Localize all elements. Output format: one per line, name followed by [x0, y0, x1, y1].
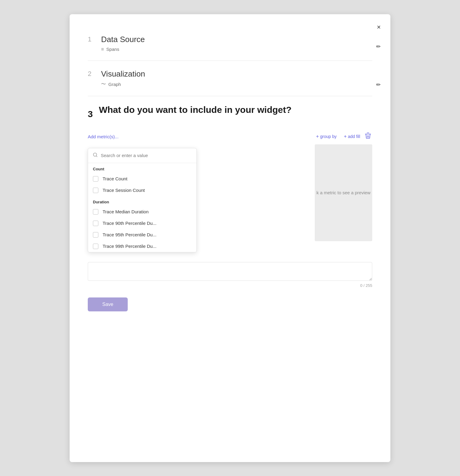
save-button[interactable]: Save: [88, 297, 128, 311]
count-group-label: Count: [88, 163, 196, 173]
char-count: 0 / 255: [88, 283, 372, 288]
list-item[interactable]: Trace Count: [88, 173, 196, 185]
search-icon: [93, 153, 98, 159]
dropdown-menu: Count Trace Count Trace Session Count Du…: [88, 148, 197, 252]
trace-90th-checkbox[interactable]: [93, 221, 98, 226]
step3-header-row: 3 What do you want to include in your wi…: [88, 105, 372, 123]
section2-header: 2 Visualization 〜 Graph: [88, 69, 372, 87]
add-fill-button[interactable]: + add fill: [340, 132, 364, 141]
section3-number: 3: [88, 109, 93, 119]
preview-text: k a metric to see a preview: [317, 190, 370, 195]
modal: × 1 Data Source ≡ Spans ✏ 2 Visualizatio…: [70, 14, 390, 462]
section2-subtitle-text: Graph: [108, 82, 121, 87]
metric-toolbar: Add metric(s)... + group by + add fill: [88, 131, 372, 143]
trace-median-duration-checkbox[interactable]: [93, 209, 98, 215]
section-data-source: 1 Data Source ≡ Spans ✏: [88, 26, 372, 61]
preview-area: k a metric to see a preview: [315, 144, 372, 241]
delete-button[interactable]: [364, 131, 372, 143]
section1-subtitle-text: Spans: [106, 47, 119, 52]
section2-subtitle: 〜 Graph: [101, 81, 145, 87]
section1-subtitle: ≡ Spans: [101, 47, 145, 52]
section-visualization: 2 Visualization 〜 Graph ✏: [88, 61, 372, 96]
section2-edit-button[interactable]: ✏: [376, 81, 381, 88]
section2-number: 2: [88, 70, 95, 78]
group-by-button[interactable]: + group by: [312, 132, 340, 141]
dropdown-container: Count Trace Count Trace Session Count Du…: [88, 148, 197, 252]
list-item[interactable]: Trace 90th Percentile Du...: [88, 218, 196, 229]
list-item[interactable]: Trace 99th Percentile Du...: [88, 241, 196, 252]
close-button[interactable]: ×: [377, 24, 381, 31]
trace-95th-checkbox[interactable]: [93, 232, 98, 238]
section2-content: Visualization 〜 Graph: [101, 69, 145, 87]
list-item[interactable]: Trace 95th Percentile Du...: [88, 229, 196, 241]
search-input[interactable]: [101, 153, 192, 158]
section1-edit-button[interactable]: ✏: [376, 43, 381, 50]
spans-icon: ≡: [101, 47, 104, 52]
list-item[interactable]: Trace Session Count: [88, 185, 196, 196]
description-section: 0 / 255: [88, 262, 372, 288]
dropdown-search-row: [88, 148, 196, 163]
add-metric-button[interactable]: Add metric(s)...: [88, 132, 119, 141]
trash-icon: [365, 133, 371, 139]
section1-header: 1 Data Source ≡ Spans: [88, 35, 372, 52]
trace-count-checkbox[interactable]: [93, 176, 98, 182]
trace-99th-checkbox[interactable]: [93, 244, 98, 249]
duration-group-label: Duration: [88, 196, 196, 206]
description-textarea[interactable]: [88, 262, 372, 281]
add-fill-plus-icon: +: [344, 134, 347, 139]
section1-number: 1: [88, 35, 95, 43]
section2-title: Visualization: [101, 69, 145, 79]
group-by-plus-icon: +: [316, 134, 319, 139]
trace-session-count-checkbox[interactable]: [93, 188, 98, 193]
left-column: Count Trace Count Trace Session Count Du…: [88, 147, 197, 252]
section1-content: Data Source ≡ Spans: [101, 35, 145, 52]
graph-icon: 〜: [101, 81, 106, 87]
section3-title: What do you want to include in your widg…: [99, 105, 292, 115]
content-row: Count Trace Count Trace Session Count Du…: [88, 147, 372, 252]
list-item[interactable]: Trace Median Duration: [88, 206, 196, 218]
section-widget: 3 What do you want to include in your wi…: [88, 96, 372, 320]
section1-title: Data Source: [101, 35, 145, 44]
